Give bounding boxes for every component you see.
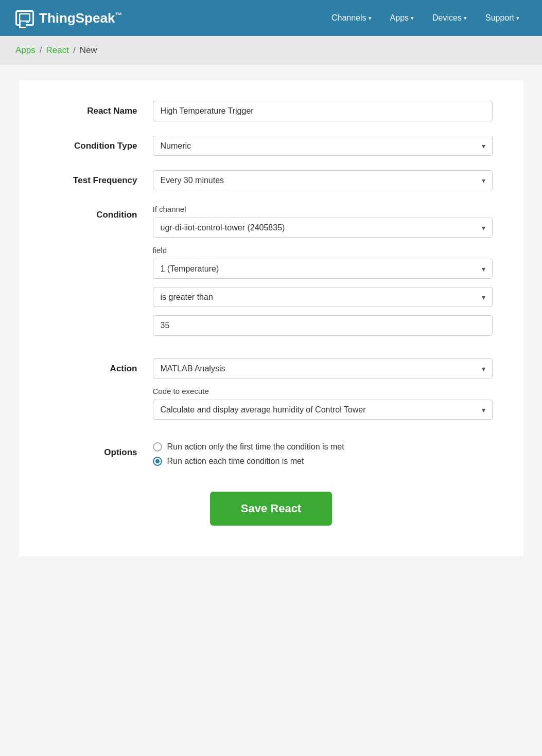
condition-type-select-wrap: NumericStringNo Condition ▾ [153, 136, 493, 156]
options-row: Options Run action only the first time t… [50, 442, 493, 471]
logo: ThingSpeak™ [15, 10, 122, 26]
logo-text: ThingSpeak™ [39, 10, 122, 26]
field-block: field 1 (Temperature)2345678 ▾ [153, 246, 493, 279]
condition-type-label: Condition Type [50, 136, 153, 151]
options-label: Options [50, 442, 153, 458]
breadcrumb-bar: Apps / React / New [0, 36, 542, 65]
breadcrumb-sep-1: / [40, 45, 42, 56]
test-frequency-select-wrap: Every 1 minuteEvery 5 minutesEvery 10 mi… [153, 170, 493, 190]
test-frequency-label: Test Frequency [50, 170, 153, 186]
operator-block: is equal tois not equal tois greater tha… [153, 287, 493, 307]
nav-support[interactable]: Support ▾ [478, 9, 527, 27]
option1-row: Run action only the first time the condi… [153, 442, 493, 452]
action-row: Action MATLAB AnalysisMATLAB Visualizati… [50, 358, 493, 428]
breadcrumb: Apps / React / New [15, 45, 527, 56]
condition-wrap: If channel ugr-di-iiot-control-tower (24… [153, 205, 493, 344]
logo-icon [15, 10, 34, 26]
condition-type-row: Condition Type NumericStringNo Condition… [50, 136, 493, 156]
code-execute-block: Code to execute Calculate and display av… [153, 387, 493, 420]
code-execute-label: Code to execute [153, 387, 493, 395]
chevron-down-icon: ▾ [464, 15, 467, 22]
operator-select[interactable]: is equal tois not equal tois greater tha… [153, 287, 493, 307]
options-wrap: Run action only the first time the condi… [153, 442, 493, 471]
test-frequency-row: Test Frequency Every 1 minuteEvery 5 min… [50, 170, 493, 190]
react-name-input[interactable] [153, 101, 493, 121]
option2-row: Run action each time condition is met [153, 457, 493, 466]
react-name-row: React Name [50, 101, 493, 121]
option1-label: Run action only the first time the condi… [167, 442, 344, 452]
channel-select[interactable]: ugr-di-iiot-control-tower (2405835) [153, 218, 493, 238]
option1-radio[interactable] [153, 442, 162, 452]
threshold-block [153, 315, 493, 336]
condition-row: Condition If channel ugr-di-iiot-control… [50, 205, 493, 344]
svg-rect-0 [20, 14, 30, 21]
chevron-down-icon: ▾ [411, 15, 414, 22]
threshold-input[interactable] [153, 315, 493, 336]
field-label: field [153, 246, 493, 255]
condition-type-select[interactable]: NumericStringNo Condition [153, 136, 493, 156]
breadcrumb-new: New [80, 45, 97, 56]
nav-apps[interactable]: Apps ▾ [383, 9, 421, 27]
save-row: Save React [50, 492, 493, 536]
nav-devices[interactable]: Devices ▾ [425, 9, 474, 27]
breadcrumb-react[interactable]: React [46, 45, 68, 56]
if-channel-label: If channel [153, 205, 493, 213]
breadcrumb-apps[interactable]: Apps [15, 45, 36, 56]
code-execute-select[interactable]: Calculate and display average humidity o… [153, 400, 493, 420]
action-select[interactable]: MATLAB AnalysisMATLAB VisualizationThing… [153, 358, 493, 379]
nav-channels[interactable]: Channels ▾ [324, 9, 379, 27]
option2-label: Run action each time condition is met [167, 457, 304, 466]
action-wrap: MATLAB AnalysisMATLAB VisualizationThing… [153, 358, 493, 428]
save-react-button[interactable]: Save React [210, 492, 332, 526]
chevron-down-icon: ▾ [369, 15, 372, 22]
main-form: React Name Condition Type NumericStringN… [19, 80, 523, 556]
react-name-input-wrap [153, 101, 493, 121]
condition-label: Condition [50, 205, 153, 220]
header: ThingSpeak™ Channels ▾ Apps ▾ Devices ▾ … [0, 0, 542, 36]
breadcrumb-sep-2: / [73, 45, 76, 56]
option2-radio[interactable] [153, 457, 162, 466]
field-select[interactable]: 1 (Temperature)2345678 [153, 259, 493, 279]
test-frequency-select[interactable]: Every 1 minuteEvery 5 minutesEvery 10 mi… [153, 170, 493, 190]
top-nav: Channels ▾ Apps ▾ Devices ▾ Support ▾ [324, 9, 527, 27]
chevron-down-icon: ▾ [516, 15, 519, 22]
action-label: Action [50, 358, 153, 374]
react-name-label: React Name [50, 101, 153, 116]
if-channel-block: If channel ugr-di-iiot-control-tower (24… [153, 205, 493, 238]
